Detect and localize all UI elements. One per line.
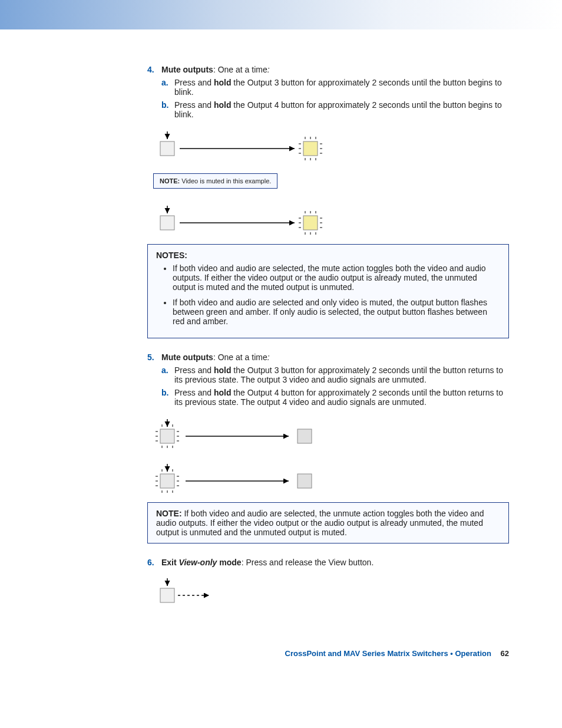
header-gradient-bar <box>0 0 562 29</box>
notes-item: If both video and audio are selected and… <box>173 298 500 326</box>
step-number: 6. <box>147 558 161 567</box>
svg-rect-49 <box>160 474 174 488</box>
text-pre: Press and <box>174 100 214 110</box>
step-title-rest: : One at a time <box>213 65 267 74</box>
text-bold: hold <box>214 365 232 375</box>
step-5a: a. Press and hold the Output 3 button fo… <box>161 365 509 384</box>
step-colon: : <box>267 353 270 362</box>
step-4: 4. Mute outputs: One at a time: <box>147 65 509 74</box>
text-pre: Press and <box>174 388 214 397</box>
step-title-bold: Mute outputs <box>161 353 213 362</box>
svg-rect-1 <box>160 141 174 156</box>
note-text: Video is muted in this example. <box>180 177 271 185</box>
notes-box: NOTES: If both video and audio are selec… <box>147 244 509 338</box>
note-label: NOTE: <box>156 509 182 518</box>
diagram-mute-1 <box>153 129 509 164</box>
notes-title: NOTES: <box>156 251 500 260</box>
step-5: 5. Mute outputs: One at a time: <box>147 353 509 362</box>
svg-rect-19 <box>303 216 318 230</box>
text-bold: hold <box>214 78 232 87</box>
note-box-2: NOTE: If both video and audio are select… <box>147 502 509 543</box>
step-4a: a. Press and hold the Output 3 button fo… <box>161 78 509 97</box>
note-label: NOTE: <box>160 177 180 185</box>
inline-note-box: NOTE: Video is muted in this example. <box>153 173 277 189</box>
svg-rect-3 <box>303 141 318 156</box>
step6-rest: : Press and release the View button. <box>242 558 374 567</box>
step6-bold2: mode <box>217 558 241 567</box>
text-pre: Press and <box>174 78 214 87</box>
substep-number: a. <box>161 365 174 384</box>
svg-rect-17 <box>160 216 174 230</box>
step-6: 6. Exit View-only mode: Press and releas… <box>147 558 509 567</box>
substep-number: a. <box>161 78 174 97</box>
page-number: 62 <box>501 649 509 658</box>
substep-number: b. <box>161 388 174 407</box>
svg-rect-63 <box>297 474 312 488</box>
footer-title: CrossPoint and MAV Series Matrix Switche… <box>285 649 491 658</box>
text-pre: Press and <box>174 365 214 375</box>
step-title-bold: Mute outputs <box>161 65 213 74</box>
step-5b: b. Press and hold the Output 4 button fo… <box>161 388 509 407</box>
step-colon: : <box>267 65 270 74</box>
step-number: 4. <box>147 65 161 74</box>
diagram-unmute-2 <box>153 461 509 496</box>
step-title-rest: : One at a time <box>213 353 267 362</box>
svg-rect-47 <box>297 429 312 443</box>
notes-item: If both video and audio are selected, th… <box>173 263 500 292</box>
svg-rect-65 <box>160 588 174 602</box>
note-text: If both video and audio are selected, th… <box>156 509 484 537</box>
diagram-unmute-1 <box>153 416 509 452</box>
page-content: 4. Mute outputs: One at a time: a. Press… <box>0 29 562 649</box>
page-footer: CrossPoint and MAV Series Matrix Switche… <box>0 649 562 676</box>
diagram-view-release <box>153 577 509 609</box>
step6-bold1: Exit <box>161 558 179 567</box>
step-4b: b. Press and hold the Output 4 button fo… <box>161 100 509 119</box>
substep-number: b. <box>161 100 174 119</box>
text-bold: hold <box>214 100 232 110</box>
text-bold: hold <box>214 388 232 397</box>
diagram-mute-2 <box>153 203 509 238</box>
step-number: 5. <box>147 353 161 362</box>
step6-italic: View-only <box>179 558 217 567</box>
svg-rect-33 <box>160 429 174 443</box>
